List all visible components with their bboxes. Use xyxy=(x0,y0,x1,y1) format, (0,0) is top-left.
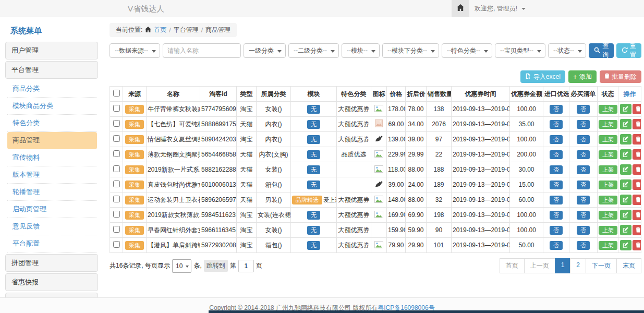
add-button[interactable]: +添加 xyxy=(568,70,597,83)
edit-button[interactable] xyxy=(620,210,631,220)
status-badge[interactable]: 上架 xyxy=(599,165,617,174)
module-select[interactable]: --模块-- xyxy=(342,43,380,58)
sidebar-item-意见反馈[interactable]: 意见反馈 xyxy=(7,218,97,235)
delete-button[interactable] xyxy=(633,240,641,250)
import-select-badge[interactable]: 否 xyxy=(550,226,563,235)
must-buy-badge[interactable]: 否 xyxy=(577,165,590,174)
delete-button[interactable] xyxy=(633,225,641,235)
delete-button[interactable] xyxy=(633,134,641,145)
select-all-checkbox[interactable] xyxy=(113,90,120,97)
status-badge[interactable]: 上架 xyxy=(599,196,617,204)
status-badge[interactable]: 上架 xyxy=(599,211,617,220)
must-buy-badge[interactable]: 否 xyxy=(577,226,590,235)
sidebar-item-平台配置[interactable]: 平台配置 xyxy=(7,235,97,252)
must-buy-badge[interactable]: 否 xyxy=(577,241,590,250)
status-badge[interactable]: 上架 xyxy=(599,150,617,159)
sidebar-item-平台管理[interactable]: 平台管理 xyxy=(5,61,98,79)
data-source-select[interactable]: --数据来源-- xyxy=(110,43,160,58)
module-badge[interactable]: 无 xyxy=(307,211,320,220)
page-button-1[interactable]: 1 xyxy=(555,258,571,273)
edit-button[interactable] xyxy=(620,149,631,160)
row-checkbox[interactable] xyxy=(113,105,120,112)
must-buy-badge[interactable]: 否 xyxy=(577,135,590,144)
row-checkbox[interactable] xyxy=(113,165,120,172)
status-badge[interactable]: 上架 xyxy=(599,241,617,250)
reset-button[interactable]: 重置 xyxy=(616,43,641,58)
page-button-末页[interactable]: 末页 xyxy=(616,258,641,273)
search-button[interactable]: 查询 xyxy=(589,43,614,58)
bulk-delete-button[interactable]: 批量删除 xyxy=(600,70,641,83)
must-buy-badge[interactable]: 否 xyxy=(577,211,590,220)
module-badge[interactable]: 无 xyxy=(307,226,320,235)
row-checkbox[interactable] xyxy=(113,180,120,187)
per-page-select[interactable]: 10 xyxy=(172,259,191,273)
must-buy-badge[interactable]: 否 xyxy=(577,105,590,114)
delete-button[interactable] xyxy=(633,104,641,114)
import-select-badge[interactable]: 否 xyxy=(550,150,563,159)
must-buy-badge[interactable]: 否 xyxy=(577,120,590,129)
delete-button[interactable] xyxy=(633,210,641,220)
row-checkbox[interactable] xyxy=(113,241,120,248)
edit-button[interactable] xyxy=(620,104,631,114)
import-select-badge[interactable]: 否 xyxy=(550,135,563,144)
import-excel-button[interactable]: 导入excel xyxy=(520,70,565,83)
delete-button[interactable] xyxy=(633,195,641,205)
sidebar-item-省惠快报[interactable]: 省惠快报 xyxy=(5,273,98,291)
row-checkbox[interactable] xyxy=(113,120,120,127)
jump-to-button[interactable]: 跳转到 xyxy=(204,260,228,272)
module-badge[interactable]: 无 xyxy=(307,241,320,250)
module-badge[interactable]: 无 xyxy=(307,180,320,189)
level1-category-select[interactable]: 一级分类 xyxy=(244,43,286,58)
row-checkbox[interactable] xyxy=(113,226,120,233)
status-badge[interactable]: 上架 xyxy=(599,180,617,189)
page-button-2[interactable]: 2 xyxy=(570,258,586,273)
sidebar-item-宣传物料[interactable]: 宣传物料 xyxy=(7,149,97,166)
edit-button[interactable] xyxy=(620,134,631,145)
sidebar-item-商品管理[interactable]: 商品管理 xyxy=(7,132,97,149)
row-checkbox[interactable] xyxy=(113,135,120,142)
row-checkbox[interactable] xyxy=(113,211,120,218)
import-select-badge[interactable]: 否 xyxy=(550,165,563,174)
delete-button[interactable] xyxy=(633,149,641,160)
delete-button[interactable] xyxy=(633,119,641,129)
sidebar-item-启动页管理[interactable]: 启动页管理 xyxy=(7,201,97,218)
page-jump-input[interactable] xyxy=(238,260,254,272)
sidebar-item-用户管理[interactable]: 用户管理 xyxy=(5,42,98,59)
status-badge[interactable]: 上架 xyxy=(599,120,617,129)
edit-button[interactable] xyxy=(620,119,631,129)
import-select-badge[interactable]: 否 xyxy=(550,180,563,189)
sidebar-item-拼团管理[interactable]: 拼团管理 xyxy=(5,254,98,272)
import-select-badge[interactable]: 否 xyxy=(550,196,563,204)
must-buy-badge[interactable]: 否 xyxy=(577,150,590,159)
module-badge[interactable]: 无 xyxy=(307,105,320,114)
delete-button[interactable] xyxy=(633,179,641,190)
home-button[interactable] xyxy=(452,0,469,17)
level2-category-select[interactable]: --二级分类-- xyxy=(288,43,339,58)
edit-button[interactable] xyxy=(620,225,631,235)
row-checkbox[interactable] xyxy=(113,150,120,157)
sidebar-item-版本管理[interactable]: 版本管理 xyxy=(7,166,97,184)
module-badge[interactable]: 无 xyxy=(307,120,320,129)
user-menu[interactable]: 欢迎您, 管理员! xyxy=(475,0,526,17)
import-select-badge[interactable]: 否 xyxy=(550,105,563,114)
sidebar-item-模块商品分类[interactable]: 模块商品分类 xyxy=(7,98,97,115)
name-search-input[interactable] xyxy=(163,43,241,58)
item-type-select[interactable]: --宝贝类型-- xyxy=(495,43,545,58)
row-checkbox[interactable] xyxy=(113,196,120,202)
sidebar-item-商品分类[interactable]: 商品分类 xyxy=(7,80,97,98)
edit-button[interactable] xyxy=(620,195,631,205)
import-select-badge[interactable]: 否 xyxy=(550,211,563,220)
must-buy-badge[interactable]: 否 xyxy=(577,196,590,204)
status-badge[interactable]: 上架 xyxy=(599,226,617,235)
sidebar-item-轮播管理[interactable]: 轮播管理 xyxy=(7,184,97,201)
status-badge[interactable]: 上架 xyxy=(599,135,617,144)
module-badge[interactable]: 无 xyxy=(307,150,320,159)
module-badge[interactable]: 无 xyxy=(307,135,320,144)
must-buy-badge[interactable]: 否 xyxy=(577,180,590,189)
edit-button[interactable] xyxy=(620,179,631,190)
breadcrumb-item-首页[interactable]: 首页 xyxy=(154,26,166,34)
status-badge[interactable]: 上架 xyxy=(599,105,617,114)
import-select-badge[interactable]: 否 xyxy=(550,241,563,250)
import-select-badge[interactable]: 否 xyxy=(550,120,563,129)
special-category-select[interactable]: --特色分类-- xyxy=(442,43,492,58)
